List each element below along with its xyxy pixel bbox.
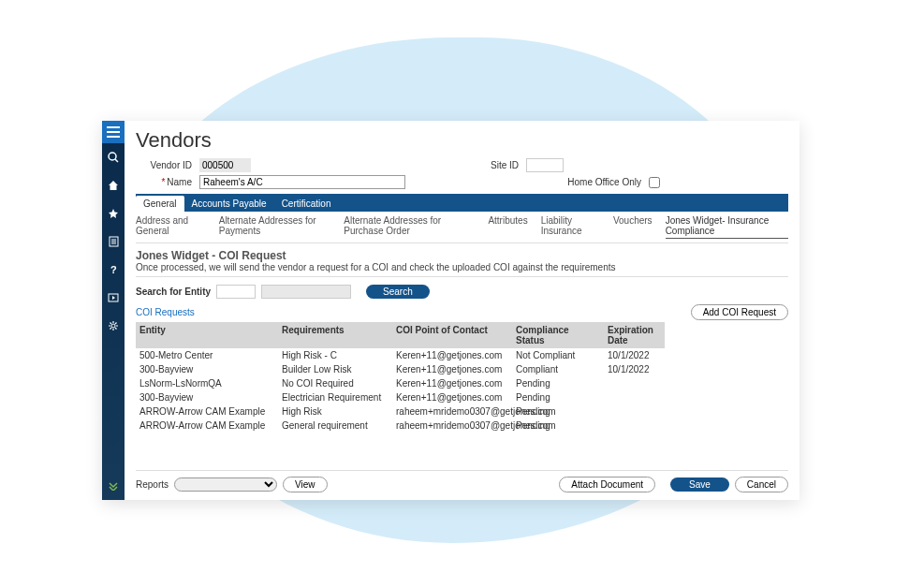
site-id-input[interactable] bbox=[526, 158, 564, 172]
svg-line-4 bbox=[115, 159, 118, 162]
table-row[interactable]: ARROW-Arrow CAM ExampleHigh Riskraheem+m… bbox=[136, 404, 665, 419]
site-id-label: Site ID bbox=[474, 160, 519, 170]
table-row[interactable]: ARROW-Arrow CAM ExampleGeneral requireme… bbox=[136, 419, 665, 433]
main-tab-bar: General Accounts Payable Certification bbox=[136, 194, 788, 212]
name-input[interactable] bbox=[199, 175, 405, 189]
td-entity: 300-Bayview bbox=[136, 390, 278, 404]
svg-rect-2 bbox=[107, 136, 120, 138]
name-label: *Name bbox=[136, 177, 192, 187]
th-date: Expiration Date bbox=[604, 322, 665, 348]
td-requirements: No COI Required bbox=[278, 376, 392, 390]
coi-requests-link[interactable]: COI Requests bbox=[136, 307, 195, 317]
requests-row: COI Requests Add COI Request bbox=[136, 304, 788, 320]
footer-left: Reports View bbox=[136, 477, 328, 492]
th-contact: COI Point of Contact bbox=[392, 322, 512, 348]
search-input-2[interactable] bbox=[261, 285, 351, 299]
table-row[interactable]: LsNorm-LsNormQANo COI RequiredKeren+11@g… bbox=[136, 376, 665, 390]
td-status: Not Compliant bbox=[512, 348, 604, 362]
td-entity: LsNorm-LsNormQA bbox=[136, 376, 278, 390]
subtab-alt-po[interactable]: Alternate Addresses for Purchase Order bbox=[344, 215, 475, 239]
svg-text:?: ? bbox=[110, 264, 117, 275]
collapse-icon[interactable] bbox=[102, 472, 125, 500]
footer-right: Attach Document Save Cancel bbox=[559, 477, 788, 492]
tab-general[interactable]: General bbox=[136, 196, 184, 212]
th-entity: Entity bbox=[136, 322, 278, 348]
subtab-liability[interactable]: Liability Insurance bbox=[541, 215, 600, 239]
hamburger-menu-button[interactable] bbox=[102, 121, 125, 143]
section-description: Once processed, we will send the vendor … bbox=[136, 262, 788, 272]
td-status: Pending bbox=[512, 390, 604, 404]
section-title: Jones Widget - COI Request bbox=[136, 249, 788, 262]
vendor-id-row: Vendor ID Site ID bbox=[136, 158, 788, 172]
sidebar: ? bbox=[102, 121, 125, 500]
add-coi-request-button[interactable]: Add COI Request bbox=[691, 304, 788, 320]
vendor-id-input[interactable] bbox=[199, 158, 251, 172]
star-icon[interactable] bbox=[102, 199, 125, 228]
search-input-1[interactable] bbox=[216, 285, 256, 299]
save-button[interactable]: Save bbox=[670, 478, 729, 492]
th-status: Compliance Status bbox=[512, 322, 604, 348]
td-contact: Keren+11@getjones.com bbox=[392, 390, 512, 404]
media-icon[interactable] bbox=[102, 284, 125, 312]
table-row[interactable]: 300-BayviewBuilder Low RiskKeren+11@getj… bbox=[136, 362, 665, 376]
svg-rect-1 bbox=[107, 131, 120, 133]
required-star: * bbox=[161, 177, 165, 187]
subtab-jones-widget[interactable]: Jones Widget- Insurance Compliance bbox=[666, 215, 788, 239]
td-contact: raheem+mridemo0307@getjones.com bbox=[392, 404, 512, 419]
td-entity: ARROW-Arrow CAM Example bbox=[136, 419, 278, 433]
search-label: Search for Entity bbox=[136, 286, 211, 297]
home-office-label: Home Office Only bbox=[413, 177, 641, 187]
td-requirements: High Risk bbox=[278, 404, 392, 419]
sub-tab-bar: Address and General Alternate Addresses … bbox=[136, 212, 788, 243]
td-date bbox=[604, 419, 665, 433]
td-status: Pending bbox=[512, 404, 604, 419]
svg-rect-0 bbox=[107, 126, 120, 128]
td-requirements: General requirement bbox=[278, 419, 392, 433]
subtab-address[interactable]: Address and General bbox=[136, 215, 206, 239]
subtab-vouchers[interactable]: Vouchers bbox=[613, 215, 653, 239]
td-entity: 300-Bayview bbox=[136, 362, 278, 376]
gear-icon[interactable] bbox=[102, 312, 125, 340]
td-requirements: Builder Low Risk bbox=[278, 362, 392, 376]
td-requirements: High Risk - C bbox=[278, 348, 392, 362]
td-date: 10/1/2022 bbox=[604, 362, 665, 376]
attach-document-button[interactable]: Attach Document bbox=[559, 477, 655, 492]
document-icon[interactable] bbox=[102, 228, 125, 256]
footer: Reports View Attach Document Save Cancel bbox=[136, 470, 788, 492]
table-row[interactable]: 300-BayviewElectrician RequirementKeren+… bbox=[136, 390, 665, 404]
td-status: Pending bbox=[512, 376, 604, 390]
subtab-alt-pay[interactable]: Alternate Addresses for Payments bbox=[219, 215, 331, 239]
search-icon[interactable] bbox=[102, 143, 125, 171]
td-requirements: Electrician Requirement bbox=[278, 390, 392, 404]
home-office-checkbox[interactable] bbox=[649, 177, 660, 188]
td-entity: ARROW-Arrow CAM Example bbox=[136, 404, 278, 419]
th-requirements: Requirements bbox=[278, 322, 392, 348]
help-icon[interactable]: ? bbox=[102, 256, 125, 284]
table-row[interactable]: 500-Metro CenterHigh Risk - CKeren+11@ge… bbox=[136, 348, 665, 362]
table-header: Entity Requirements COI Point of Contact… bbox=[136, 322, 665, 348]
td-date bbox=[604, 390, 665, 404]
reports-select[interactable] bbox=[174, 478, 277, 492]
td-status: Pending bbox=[512, 419, 604, 433]
td-contact: raheem+mridemo0307@getjones.com bbox=[392, 419, 512, 433]
view-button[interactable]: View bbox=[283, 477, 328, 492]
table-body: 500-Metro CenterHigh Risk - CKeren+11@ge… bbox=[136, 348, 665, 433]
tab-accounts-payable[interactable]: Accounts Payable bbox=[184, 196, 274, 212]
search-button[interactable]: Search bbox=[366, 285, 430, 299]
svg-point-11 bbox=[111, 324, 115, 328]
subtab-attributes[interactable]: Attributes bbox=[488, 215, 527, 239]
tab-certification[interactable]: Certification bbox=[274, 196, 339, 212]
name-row: *Name Home Office Only bbox=[136, 175, 788, 189]
svg-point-3 bbox=[109, 153, 116, 160]
app-window: ? Vendors Vendor ID Site ID *Name Home O… bbox=[102, 121, 799, 500]
divider bbox=[136, 276, 788, 277]
td-entity: 500-Metro Center bbox=[136, 348, 278, 362]
vendor-id-label: Vendor ID bbox=[136, 160, 192, 170]
home-icon[interactable] bbox=[102, 171, 125, 199]
reports-label: Reports bbox=[136, 479, 169, 490]
td-date: 10/1/2022 bbox=[604, 348, 665, 362]
td-date bbox=[604, 404, 665, 419]
cancel-button[interactable]: Cancel bbox=[735, 477, 788, 492]
search-row: Search for Entity Search bbox=[136, 285, 788, 299]
td-contact: Keren+11@getjones.com bbox=[392, 376, 512, 390]
